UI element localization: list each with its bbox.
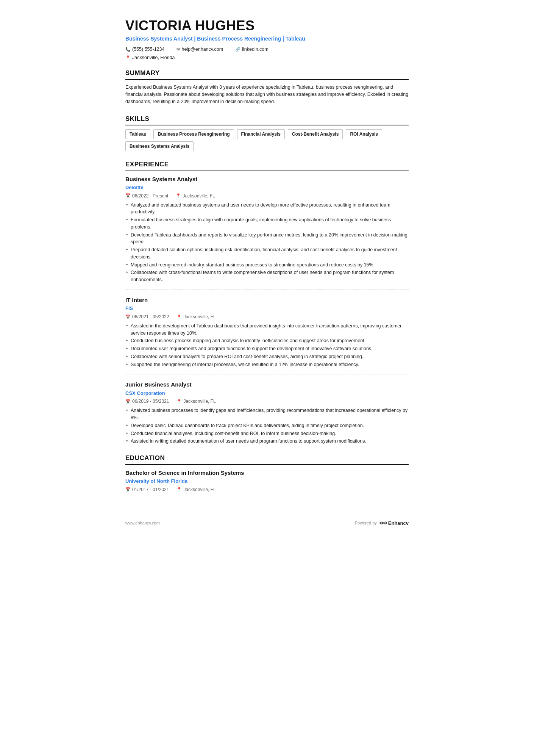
contact-row: 📞 (555) 555-1234 ✉ help@enhancv.com 🔗 li… xyxy=(125,46,409,53)
edu-location: 📍 Jacksonville, FL xyxy=(176,486,215,493)
email-address: help@enhancv.com xyxy=(181,46,223,53)
company-name: Deloitte xyxy=(125,184,409,191)
header: VICTORIA HUGHES Business Systems Analyst… xyxy=(125,18,409,61)
job-title: Business Systems Analyst xyxy=(125,175,409,184)
summary-text: Experienced Business Systems Analyst wit… xyxy=(125,84,409,106)
job-title: Junior Business Analyst xyxy=(125,380,409,389)
skill-badge: Business Process Reengineering xyxy=(153,129,234,139)
bullet-item: Conducted business process mapping and a… xyxy=(125,337,409,344)
phone-number: (555) 555-1234 xyxy=(132,46,164,53)
bullet-item: Supported the reengineering of internal … xyxy=(125,361,409,368)
footer: www.enhancv.com Powered by Enhancv xyxy=(125,516,409,527)
skill-badge: Cost-Benefit Analysis xyxy=(288,129,343,139)
date-text: 06/2022 - Present xyxy=(132,193,168,199)
bullet-item: Prepared detailed solution options, incl… xyxy=(125,246,409,261)
edu-meta: 📅 01/2017 - 01/2021 📍 Jacksonville, FL xyxy=(125,486,409,493)
company-name: CSX Corporation xyxy=(125,390,409,397)
summary-section: SUMMARY Experienced Business Systems Ana… xyxy=(125,68,409,106)
job-meta: 📅06/2022 - Present📍Jacksonville, FL xyxy=(125,193,409,199)
candidate-name: VICTORIA HUGHES xyxy=(125,18,409,33)
bullet-item: Analyzed and evaluated business systems … xyxy=(125,202,409,216)
job-location: 📍Jacksonville, FL xyxy=(176,313,215,320)
location-text: Jacksonville, FL xyxy=(183,193,215,199)
phone-icon: 📞 xyxy=(125,46,131,53)
date-text: 06/2021 - 05/2022 xyxy=(132,313,169,320)
edu-location-text: Jacksonville, FL xyxy=(183,486,215,493)
experience-entry: Business Systems AnalystDeloitte📅06/2022… xyxy=(125,175,409,290)
experience-title: EXPERIENCE xyxy=(125,160,409,171)
skill-badge: Financial Analysis xyxy=(237,129,285,139)
resume-page: VICTORIA HUGHES Business Systems Analyst… xyxy=(104,0,430,549)
education-container: Bachelor of Science in Information Syste… xyxy=(125,469,409,493)
skills-container: TableauBusiness Process ReengineeringFin… xyxy=(125,129,409,151)
job-bullets: Assisted in the development of Tableau d… xyxy=(125,322,409,368)
skill-badge: Business Systems Analysis xyxy=(125,141,194,151)
experience-entry: Junior Business AnalystCSX Corporation📅0… xyxy=(125,380,409,445)
email-icon: ✉ xyxy=(176,46,180,53)
bullet-item: Formulated business strategies to align … xyxy=(125,216,409,231)
location-icon: 📍 xyxy=(176,314,182,320)
enhancv-brand-name: Enhancv xyxy=(388,520,409,527)
candidate-title: Business Systems Analyst | Business Proc… xyxy=(125,35,409,43)
location-icon: 📍 xyxy=(125,55,131,61)
degree-title: Bachelor of Science in Information Syste… xyxy=(125,469,409,477)
job-bullets: Analyzed business processes to identify … xyxy=(125,407,409,445)
bullet-item: Developed Tableau dashboards and reports… xyxy=(125,232,409,246)
enhancv-logo: Enhancv xyxy=(379,520,409,527)
job-title: IT Intern xyxy=(125,296,409,305)
bullet-item: Developed basic Tableau dashboards to tr… xyxy=(125,422,409,429)
calendar-icon: 📅 xyxy=(125,398,131,405)
skills-section: SKILLS TableauBusiness Process Reenginee… xyxy=(125,114,409,152)
job-date: 📅06/2022 - Present xyxy=(125,193,168,199)
job-date: 📅06/2019 - 05/2021 xyxy=(125,398,169,405)
email-contact: ✉ help@enhancv.com xyxy=(176,46,223,53)
bullet-item: Collaborated with senior analysts to pre… xyxy=(125,353,409,360)
footer-brand: Powered by Enhancv xyxy=(355,520,409,527)
linkedin-contact: 🔗 linkedin.com xyxy=(235,46,268,53)
calendar-icon: 📅 xyxy=(125,314,131,320)
location-text: Jacksonville, FL xyxy=(183,313,215,320)
linkedin-url: linkedin.com xyxy=(242,46,268,53)
calendar-icon: 📅 xyxy=(125,193,131,199)
location-icon: 📍 xyxy=(176,486,182,493)
location-text: Jacksonville, Florida xyxy=(132,54,175,61)
job-meta: 📅06/2019 - 05/2021📍Jacksonville, FL xyxy=(125,398,409,405)
job-location: 📍Jacksonville, FL xyxy=(176,193,215,199)
school-name: University of North Florida xyxy=(125,477,409,485)
edu-date-text: 01/2017 - 01/2021 xyxy=(132,486,169,493)
skill-badge: Tableau xyxy=(125,129,150,139)
bullet-item: Documented user requirements and program… xyxy=(125,345,409,352)
experience-section: EXPERIENCE Business Systems AnalystDeloi… xyxy=(125,160,409,445)
experience-container: Business Systems AnalystDeloitte📅06/2022… xyxy=(125,175,409,445)
job-bullets: Analyzed and evaluated business systems … xyxy=(125,202,409,283)
calendar-icon: 📅 xyxy=(125,486,131,493)
bullet-item: Assisted in writing detailed documentati… xyxy=(125,438,409,445)
linkedin-icon: 🔗 xyxy=(235,46,240,53)
phone-contact: 📞 (555) 555-1234 xyxy=(125,46,164,53)
location-row: 📍 Jacksonville, Florida xyxy=(125,54,409,61)
bullet-item: Conducted financial analyses, including … xyxy=(125,430,409,437)
location-icon: 📍 xyxy=(176,193,181,199)
summary-title: SUMMARY xyxy=(125,68,409,80)
enhancv-logo-svg xyxy=(379,520,387,526)
location-text: Jacksonville, FL xyxy=(183,398,215,405)
job-location: 📍Jacksonville, FL xyxy=(176,398,215,405)
bullet-item: Analyzed business processes to identify … xyxy=(125,407,409,421)
date-text: 06/2019 - 05/2021 xyxy=(132,398,169,405)
company-name: FIS xyxy=(125,305,409,312)
footer-website: www.enhancv.com xyxy=(125,520,160,526)
job-date: 📅06/2021 - 05/2022 xyxy=(125,313,169,320)
job-meta: 📅06/2021 - 05/2022📍Jacksonville, FL xyxy=(125,313,409,320)
experience-entry: IT InternFIS📅06/2021 - 05/2022📍Jacksonvi… xyxy=(125,296,409,375)
skill-badge: ROI Analysis xyxy=(346,129,382,139)
edu-date: 📅 01/2017 - 01/2021 xyxy=(125,486,169,493)
bullet-item: Assisted in the development of Tableau d… xyxy=(125,322,409,337)
bullet-item: Collaborated with cross-functional teams… xyxy=(125,269,409,283)
education-entry: Bachelor of Science in Information Syste… xyxy=(125,469,409,493)
bullet-item: Mapped and reengineered industry-standar… xyxy=(125,261,409,269)
location-icon: 📍 xyxy=(176,398,182,405)
education-title: EDUCATION xyxy=(125,453,409,465)
powered-by-label: Powered by xyxy=(355,520,377,526)
education-section: EDUCATION Bachelor of Science in Informa… xyxy=(125,453,409,493)
skills-title: SKILLS xyxy=(125,114,409,126)
